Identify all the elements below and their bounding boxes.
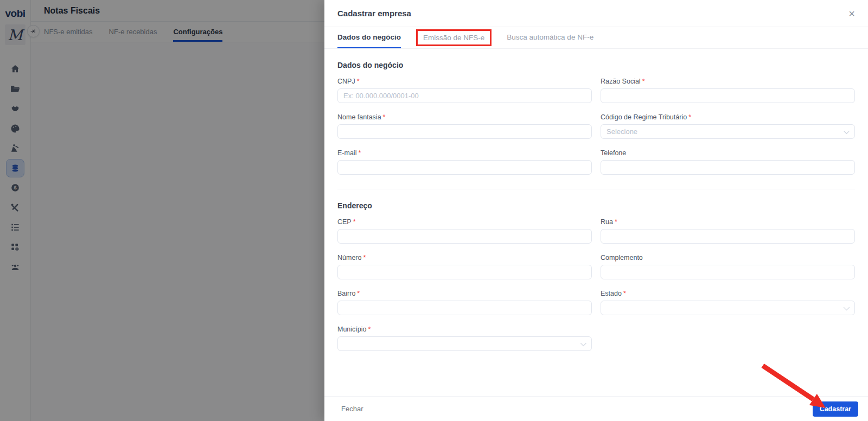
field-bairro: Bairro* (337, 290, 592, 315)
label-bairro: Bairro* (337, 290, 592, 297)
required-star: * (615, 218, 617, 226)
label-cnpj: CNPJ* (337, 78, 592, 85)
municipio-select[interactable] (337, 336, 592, 351)
form-grid-endereco: CEP*Rua*Número*ComplementoBairro*Estado*… (337, 218, 855, 351)
field-estado: Estado* (601, 290, 855, 315)
field-complemento: Complemento (601, 254, 855, 279)
required-star: * (642, 78, 645, 85)
section-heading-dados-do-negocio: Dados do negócio (337, 61, 855, 69)
field-rua: Rua* (601, 218, 855, 244)
required-star: * (623, 290, 626, 297)
section-heading-endereco: Endereço (337, 201, 855, 210)
label-nome-fantasia: Nome fantasia* (337, 113, 592, 121)
chevron-down-icon (844, 127, 850, 133)
drawer-header: Cadastrar empresa × (324, 0, 868, 27)
fechar-link[interactable]: Fechar (341, 405, 363, 413)
field-razao-social: Razão Social* (601, 78, 855, 103)
telefone-input[interactable] (601, 160, 855, 175)
label-codigo-de-regime-tributario: Código de Regime Tributário* (601, 113, 855, 121)
label-razao-social: Razão Social* (601, 78, 855, 85)
required-star: * (357, 78, 360, 85)
required-star: * (688, 113, 691, 121)
field-nome-fantasia: Nome fantasia* (337, 113, 592, 139)
cep-input[interactable] (337, 229, 592, 244)
field-telefone: Telefone (601, 149, 855, 175)
close-icon[interactable]: × (848, 8, 855, 19)
required-star: * (358, 149, 361, 157)
cadastrar-empresa-drawer: Cadastrar empresa × Dados do negócioEmis… (324, 0, 868, 421)
label-cep: CEP* (337, 218, 592, 226)
field-e-mail: E-mail* (337, 149, 592, 175)
label-telefone: Telefone (601, 149, 855, 157)
bairro-input[interactable] (337, 301, 592, 315)
required-star: * (368, 326, 371, 333)
cnpj-input[interactable] (337, 88, 592, 103)
drawer-footer: Fechar Cadastrar (324, 396, 868, 421)
required-star: * (363, 254, 366, 261)
field-numero: Número* (337, 254, 592, 279)
complemento-input[interactable] (601, 265, 855, 279)
estado-select[interactable] (601, 301, 855, 315)
form-grid-dados-do-negocio: CNPJ*Razão Social*Nome fantasia*Código d… (337, 78, 855, 175)
rua-input[interactable] (601, 229, 855, 244)
label-complemento: Complemento (601, 254, 855, 261)
numero-input[interactable] (337, 265, 592, 279)
field-cep: CEP* (337, 218, 592, 244)
label-estado: Estado* (601, 290, 855, 297)
chevron-down-icon (844, 304, 850, 310)
field-codigo-de-regime-tributario: Código de Regime Tributário*Selecione (601, 113, 855, 139)
label-rua: Rua* (601, 218, 855, 226)
required-star: * (353, 218, 356, 226)
label-numero: Número* (337, 254, 592, 261)
drawer-body: Dados do negócioCNPJ*Razão Social*Nome f… (324, 49, 868, 351)
razao-social-input[interactable] (601, 88, 855, 103)
label-e-mail: E-mail* (337, 149, 592, 157)
drawer-tab-dados-do-negocio[interactable]: Dados do negócio (337, 27, 401, 48)
codigo-de-regime-tributario-select-value: Selecione (607, 127, 637, 136)
chevron-down-icon (580, 340, 586, 346)
cadastrar-button[interactable]: Cadastrar (813, 401, 858, 417)
required-star: * (357, 290, 360, 297)
section-divider (337, 189, 855, 189)
codigo-de-regime-tributario-select[interactable]: Selecione (601, 124, 855, 139)
field-municipio: Município* (337, 326, 592, 351)
label-municipio: Município* (337, 326, 592, 333)
drawer-tab-busca-automatica-de-nf-e[interactable]: Busca automática de NF-e (507, 27, 593, 48)
field-cnpj: CNPJ* (337, 78, 592, 103)
drawer-tabbar: Dados do negócioEmissão de NFS-eBusca au… (324, 27, 868, 49)
drawer-title: Cadastrar empresa (337, 9, 411, 18)
required-star: * (383, 113, 386, 121)
nome-fantasia-input[interactable] (337, 124, 592, 139)
drawer-tab-emissao-de-nfs-e[interactable]: Emissão de NFS-e (416, 29, 492, 46)
e-mail-input[interactable] (337, 160, 592, 175)
